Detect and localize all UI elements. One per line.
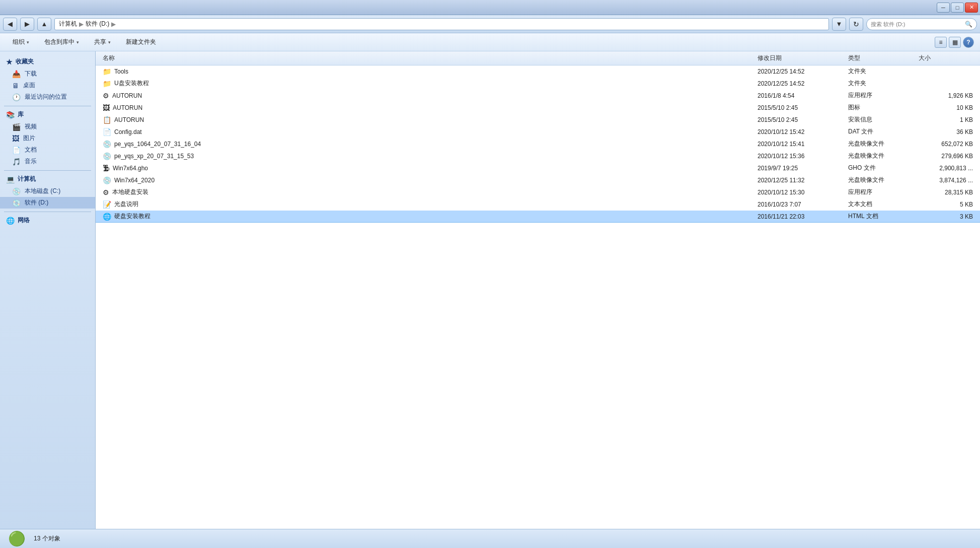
organize-button[interactable]: 组织 ▾	[6, 36, 36, 49]
view-toggle-button[interactable]: ≡	[935, 37, 947, 48]
help-button[interactable]: ?	[963, 37, 974, 48]
sidebar-item-label: 下载	[25, 70, 37, 78]
search-input[interactable]	[871, 21, 963, 27]
table-row[interactable]: 🌐 硬盘安装教程 2016/11/21 22:03 HTML 文档 3 KB	[96, 211, 980, 223]
file-size-cell: 28,315 KB	[916, 189, 976, 196]
sidebar-item-desktop[interactable]: 🖥 桌面	[0, 80, 95, 91]
col-size[interactable]: 大小	[916, 54, 976, 62]
file-name-cell: 📁 Tools	[100, 67, 755, 76]
table-row[interactable]: 📋 AUTORUN 2015/5/10 2:45 安装信息 1 KB	[96, 114, 980, 126]
new-folder-button[interactable]: 新建文件夹	[119, 36, 163, 49]
file-type-icon: 📁	[103, 67, 111, 76]
column-header-row: 名称 修改日期 类型 大小	[96, 51, 980, 65]
library-label: 库	[18, 110, 24, 119]
sidebar: ★ 收藏夹 📥 下载 🖥 桌面 🕐 最近访问的位置 📚 库	[0, 51, 96, 529]
file-type-cell: 文件夹	[845, 79, 916, 88]
sidebar-item-recent[interactable]: 🕐 最近访问的位置	[0, 91, 95, 103]
file-name-cell: 💿 pe_yqs_1064_20_07_31_16_04	[100, 140, 755, 148]
table-row[interactable]: ⚙ 本地硬盘安装 2020/10/12 15:30 应用程序 28,315 KB	[96, 186, 980, 198]
sidebar-item-drive-d[interactable]: 💿 软件 (D:)	[0, 197, 95, 209]
file-name-cell: 📁 U盘安装教程	[100, 79, 755, 88]
sidebar-item-music[interactable]: 🎵 音乐	[0, 156, 95, 167]
table-row[interactable]: 🖼 AUTORUN 2015/5/10 2:45 图标 10 KB	[96, 102, 980, 114]
sidebar-item-label: 文档	[25, 146, 37, 154]
organize-label: 组织	[13, 38, 25, 46]
view-controls: ≡ ▦ ?	[935, 37, 974, 48]
table-row[interactable]: 💿 Win7x64_2020 2020/12/25 11:32 光盘映像文件 3…	[96, 174, 980, 186]
minimize-button[interactable]: ─	[937, 3, 950, 13]
file-type-cell: GHO 文件	[845, 164, 916, 172]
status-bar: 🟢 13 个对象	[0, 529, 980, 548]
file-name-text: Config.dat	[114, 128, 142, 135]
sidebar-item-pictures[interactable]: 🖼 图片	[0, 132, 95, 144]
search-bar[interactable]: 🔍	[866, 18, 977, 30]
file-area: 名称 修改日期 类型 大小 📁 Tools 2020/12/25 14:52 文…	[96, 51, 980, 529]
breadcrumb-arrow: ▶	[111, 21, 116, 28]
computer-header[interactable]: 💻 计算机	[0, 173, 95, 185]
file-name-cell: 📝 光盘说明	[100, 200, 755, 209]
up-button[interactable]: ▲	[37, 18, 51, 31]
file-name-text: AUTORUN	[113, 104, 142, 111]
dropdown-button[interactable]: ▼	[832, 18, 846, 31]
computer-section: 💻 计算机 💿 本地磁盘 (C:) 💿 软件 (D:)	[0, 173, 95, 209]
maximize-button[interactable]: □	[951, 3, 964, 13]
breadcrumb-separator: ▶	[79, 21, 84, 28]
file-type-icon: 📋	[103, 116, 111, 124]
view-panel-button[interactable]: ▦	[949, 37, 961, 48]
computer-icon: 💻	[6, 175, 15, 183]
file-modified-cell: 2016/11/21 22:03	[755, 213, 845, 220]
breadcrumb[interactable]: 计算机 ▶ 软件 (D:) ▶	[54, 18, 829, 30]
share-arrow: ▾	[108, 40, 111, 45]
recent-icon: 🕐	[12, 93, 21, 101]
file-type-icon: 🌐	[103, 213, 111, 221]
library-header[interactable]: 📚 库	[0, 108, 95, 121]
file-modified-cell: 2019/9/7 19:25	[755, 165, 845, 172]
share-button[interactable]: 共享 ▾	[88, 36, 117, 49]
back-button[interactable]: ◀	[3, 18, 17, 31]
file-type-icon: ⚙	[103, 188, 109, 196]
refresh-button[interactable]: ↻	[849, 18, 863, 31]
file-type-cell: 文件夹	[845, 67, 916, 76]
col-type[interactable]: 类型	[845, 54, 916, 62]
file-name-text: Tools	[114, 68, 128, 75]
network-header[interactable]: 🌐 网络	[0, 214, 95, 227]
address-bar: ◀ ▶ ▲ 计算机 ▶ 软件 (D:) ▶ ▼ ↻ 🔍	[0, 15, 980, 33]
sidebar-item-drive-c[interactable]: 💿 本地磁盘 (C:)	[0, 185, 95, 197]
file-type-icon: 📄	[103, 128, 111, 136]
favorites-header[interactable]: ★ 收藏夹	[0, 55, 95, 68]
window-controls: ─ □ ✕	[937, 3, 978, 13]
include-library-button[interactable]: 包含到库中 ▾	[38, 36, 86, 49]
file-name-text: 硬盘安装教程	[114, 212, 150, 221]
search-icon[interactable]: 🔍	[965, 21, 972, 28]
file-name-cell: ⚙ 本地硬盘安装	[100, 188, 755, 196]
file-name-text: AUTORUN	[114, 116, 144, 123]
file-size-cell: 1 KB	[916, 116, 976, 123]
file-size-cell: 3,874,126 ...	[916, 177, 976, 184]
sidebar-item-video[interactable]: 🎬 视频	[0, 121, 95, 132]
table-row[interactable]: ⚙ AUTORUN 2016/1/8 4:54 应用程序 1,926 KB	[96, 90, 980, 102]
file-modified-cell: 2020/10/12 15:41	[755, 141, 845, 148]
status-app-icon: 🟢	[8, 530, 26, 547]
main-container: ★ 收藏夹 📥 下载 🖥 桌面 🕐 最近访问的位置 📚 库	[0, 51, 980, 529]
close-button[interactable]: ✕	[965, 3, 978, 13]
table-row[interactable]: 🗜 Win7x64.gho 2019/9/7 19:25 GHO 文件 2,90…	[96, 162, 980, 174]
table-row[interactable]: 📁 Tools 2020/12/25 14:52 文件夹	[96, 65, 980, 78]
breadcrumb-computer[interactable]: 计算机	[59, 20, 77, 28]
breadcrumb-drive[interactable]: 软件 (D:)	[86, 20, 109, 28]
file-modified-cell: 2020/12/25 11:32	[755, 177, 845, 184]
sidebar-item-documents[interactable]: 📄 文档	[0, 144, 95, 156]
sidebar-item-label: 桌面	[23, 81, 35, 90]
table-row[interactable]: 📁 U盘安装教程 2020/12/25 14:52 文件夹	[96, 78, 980, 90]
table-row[interactable]: 📝 光盘说明 2016/10/23 7:07 文本文档 5 KB	[96, 198, 980, 211]
file-type-icon: 💿	[103, 176, 111, 184]
forward-button[interactable]: ▶	[20, 18, 34, 31]
sidebar-item-download[interactable]: 📥 下载	[0, 68, 95, 80]
col-name[interactable]: 名称	[100, 54, 755, 62]
sidebar-item-label: 视频	[25, 122, 37, 131]
col-modified[interactable]: 修改日期	[755, 54, 845, 62]
network-icon: 🌐	[6, 217, 15, 225]
table-row[interactable]: 📄 Config.dat 2020/10/12 15:42 DAT 文件 36 …	[96, 126, 980, 138]
table-row[interactable]: 💿 pe_yqs_1064_20_07_31_16_04 2020/10/12 …	[96, 138, 980, 150]
file-type-icon: 🖼	[103, 104, 110, 112]
table-row[interactable]: 💿 pe_yqs_xp_20_07_31_15_53 2020/10/12 15…	[96, 150, 980, 162]
